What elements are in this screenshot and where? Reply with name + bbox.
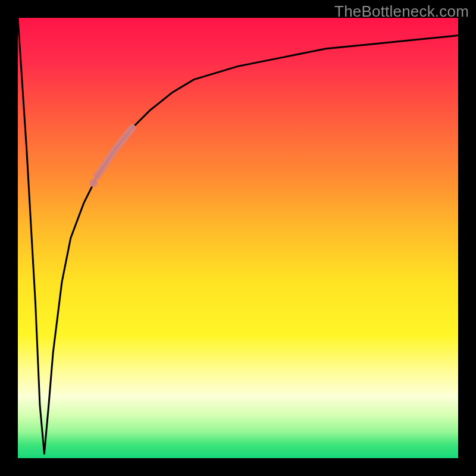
highlight-segment — [97, 128, 132, 176]
chart-container: TheBottleneck.com — [0, 0, 476, 476]
bottleneck-curve — [18, 18, 458, 454]
highlight-dot — [89, 179, 98, 187]
plot-area — [18, 18, 458, 458]
curve-svg — [18, 18, 458, 458]
